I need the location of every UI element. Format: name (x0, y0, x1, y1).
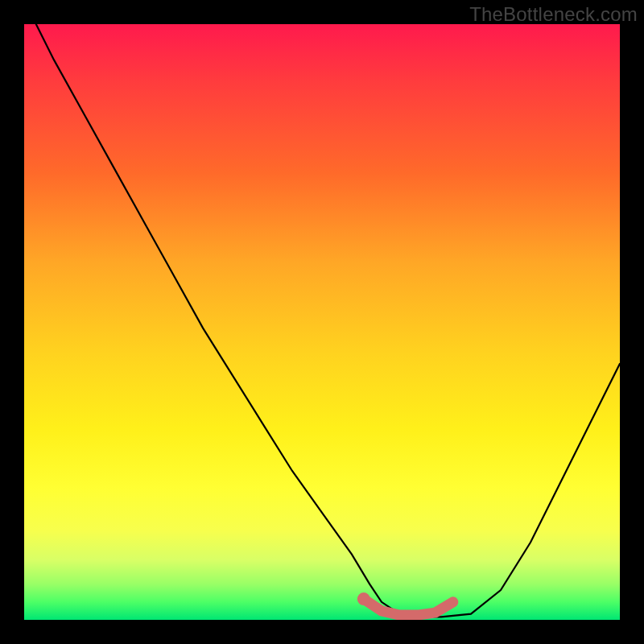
chart-frame: TheBottleneck.com (0, 0, 644, 644)
chart-plot-area (24, 24, 620, 620)
chart-svg (24, 24, 620, 620)
optimal-segment (364, 599, 453, 615)
optimal-marker (357, 592, 370, 605)
attribution-text: TheBottleneck.com (469, 3, 638, 26)
bottleneck-curve (36, 24, 620, 617)
